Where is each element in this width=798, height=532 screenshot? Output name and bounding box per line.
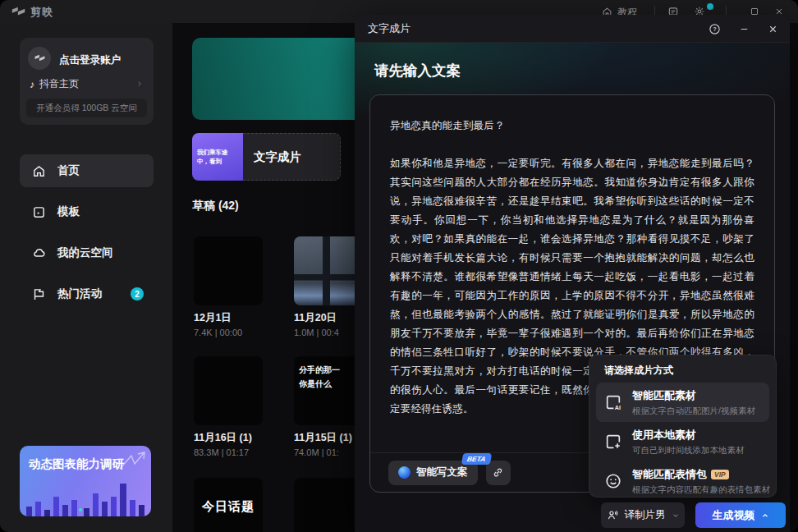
draft-item[interactable]: 11月16日 (1) 83.3M | 01:17 [194,356,263,457]
option-smart-match-stickers[interactable]: 智能匹配表情包 VIP 根据文字内容匹配有趣的表情包素材 [596,461,769,501]
generate-label: 生成视频 [713,508,755,523]
notification-dot [707,3,713,10]
app-title: 剪映 [30,5,53,20]
voice-person-icon [607,509,619,521]
modal-titlebar: 文字成片 ? [355,15,790,43]
drafts-heading: 草稿 (42) [192,199,239,213]
promo-banner[interactable]: 动态图表能力调研 [20,446,151,516]
option-local-material[interactable]: 使用本地素材 可自己到时间线添加本地素材 [596,422,769,461]
douyin-label: 抖音主页 [39,77,79,91]
chevron-up-icon [761,511,769,520]
output-mode-picker: 请选择成片方式 AI 智能匹配素材 根据文字自动匹配图片/视频素材 使用本地素材… [589,355,777,498]
picker-title: 请选择成片方式 [589,355,776,383]
draft-stats: 7.4K | 00:00 [194,328,263,337]
svg-text:AI: AI [615,404,621,411]
frame-ai-icon: AI [604,393,622,411]
draft-thumbnail [194,236,263,305]
option-desc: 根据文字内容匹配有趣的表情包素材 [632,484,770,496]
draft-name: 11月20日 [294,311,363,325]
draft-item[interactable]: 分手的那一 你是什么 11月15日 (1) 74.0M | 01: [294,356,363,457]
thumb-caption: 我们乘车途中，看到 [197,148,236,166]
cloud-icon [32,246,46,260]
draft-item[interactable] [294,478,363,532]
sidebar-item-home[interactable]: 首页 [20,154,154,187]
ai-write-button[interactable]: 智能写文案 BETA [388,461,478,485]
app-logo: 剪映 [11,5,53,20]
draft-item[interactable]: 11月20日 1.0M | 00:4 [294,236,363,337]
flag-icon [32,287,46,301]
avatar [28,47,51,70]
voice-label: 译制片男 [625,508,666,522]
template-icon [32,205,46,219]
option-smart-match-material[interactable]: AI 智能匹配素材 根据文字自动匹配图片/视频素材 [596,383,769,422]
app-window: 剪映 教程 点击登录账户 ♪ 抖音主页 开通会员得 100GB 云空间 [0,0,798,532]
smiley-icon [604,472,622,490]
chevron-right-icon [135,79,144,90]
bar-chart-graphic [20,477,151,516]
option-desc: 根据文字自动匹配图片/视频素材 [632,406,755,417]
sidebar-item-cloud-space[interactable]: 我的云空间 [20,236,154,269]
text-to-video-main: 文字成片 [243,133,341,181]
sidebar-item-label: 我的云空间 [57,245,113,260]
vip-badge: VIP [711,470,729,479]
sidebar-item-hot-activities[interactable]: 热门活动 2 [20,277,154,310]
draft-item[interactable]: 12月1日 7.4K | 00:00 [194,236,263,337]
thumb-text-line: 分手的那一 [299,363,358,377]
sidebar-item-label: 首页 [57,163,80,178]
vip-promo-text: 开通会员得 100GB 云空间 [36,103,137,114]
home-icon [32,164,46,178]
activity-count-badge: 2 [131,287,144,300]
script-title: 异地恋真的能走到最后？ [390,117,754,135]
draft-stats: 1.0M | 00:4 [294,328,363,337]
frame-plus-icon [604,433,622,451]
login-title: 点击登录账户 [59,53,121,67]
modal-heading: 请先输入文案 [374,61,461,80]
svg-text:?: ? [713,26,716,32]
thumb-title: 今日话题 [194,478,263,515]
option-title: 智能匹配素材 [632,388,696,403]
draft-thumbnail: 今日话题 微的爱情是永远不会被辜惜 [194,478,263,532]
text-to-video-label: 文字成片 [254,149,301,165]
draft-thumbnail: 分手的那一 你是什么 [294,356,363,425]
draft-name: 11月16日 (1) [194,431,263,445]
draft-thumbnail [294,478,363,532]
text-to-video-modal: 文字成片 ? 请先输入文案 异地恋真的能走到最后？ 如果你和他是异地恋，一定要听… [355,15,790,532]
ai-orb-icon [398,466,410,479]
option-desc: 可自己到时间线添加本地素材 [632,445,745,456]
sidebar-item-templates[interactable]: 模板 [20,195,154,228]
option-title: 智能匹配表情包 [632,467,707,482]
draft-name: 11月15日 (1) [294,431,363,445]
draft-thumbnail [194,356,263,425]
beta-badge: BETA [461,453,492,465]
draft-item[interactable]: 今日话题 微的爱情是永远不会被辜惜 [194,478,263,532]
login-card[interactable]: 点击登录账户 ♪ 抖音主页 开通会员得 100GB 云空间 [20,38,154,125]
help-icon[interactable]: ? [709,23,721,35]
vip-promo-pill[interactable]: 开通会员得 100GB 云空间 [26,99,147,117]
sidebar: 点击登录账户 ♪ 抖音主页 开通会员得 100GB 云空间 首页 模板 我的云空… [0,23,172,532]
minimize-icon[interactable] [739,24,750,34]
text-to-video-thumb: 我们乘车途中，看到 [192,133,243,181]
jianying-logo-icon [11,7,25,18]
link-icon [492,466,504,479]
close-icon[interactable] [768,24,778,34]
draft-stats: 83.3M | 01:17 [194,447,263,457]
modal-title: 文字成片 [368,15,410,43]
ai-write-label: 智能写文案 [416,466,468,479]
text-to-video-card[interactable]: 我们乘车途中，看到 文字成片 [192,133,341,181]
generate-video-button[interactable]: 生成视频 [695,502,786,528]
draft-thumbnail [294,236,363,305]
thumb-text-line: 你是什么 [299,377,358,391]
douyin-homepage-link[interactable]: ♪ 抖音主页 [30,77,144,91]
sidebar-item-label: 热门活动 [57,287,102,301]
sidebar-item-label: 模板 [57,204,80,219]
option-title: 使用本地素材 [632,428,696,443]
chevron-down-icon [672,511,680,520]
promo-banner-title: 动态图表能力调研 [29,456,124,472]
jianying-logo-icon [34,54,45,63]
music-note-icon: ♪ [30,79,34,90]
draft-stats: 74.0M | 01: [294,447,363,457]
link-button[interactable] [486,461,511,485]
voice-select-dropdown[interactable]: 译制片男 [601,502,685,528]
draft-name: 12月1日 [194,311,263,325]
modal-body: 请先输入文案 异地恋真的能走到最后？ 如果你和他是异地恋，一定要听完。有很多人都… [355,43,790,532]
